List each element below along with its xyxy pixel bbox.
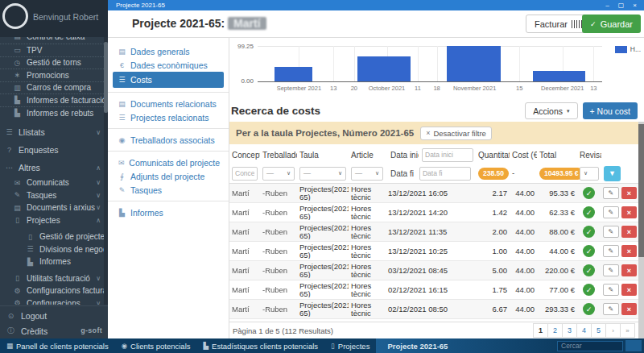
sidebar-item-control-de-caixa[interactable]: ▤Control de caixa (0, 37, 104, 44)
project-nav-dades-econ-miques[interactable]: €Dades econòmiques (113, 58, 224, 72)
document-icon: ▯ (12, 216, 23, 224)
envelope-icon: ✉ (117, 159, 126, 167)
sidebar-item-utilitats-facturaci[interactable]: ▯Utilitats facturació∨ (0, 272, 104, 285)
cell-cost: 44.00 (510, 267, 537, 275)
form-icon: ▤ (117, 48, 127, 56)
sidebar-item-informes-de-facturaci[interactable]: ▙Informes de facturació (0, 94, 104, 107)
page-button-2[interactable]: 2 (547, 323, 563, 338)
sidebar-scrollbar-thumb[interactable] (104, 42, 108, 113)
delete-row-button[interactable]: × (621, 206, 637, 218)
project-nav-documents-relacionats[interactable]: ▤Documents relacionats (113, 97, 224, 110)
delete-row-button[interactable]: × (621, 303, 637, 315)
sidebar-item-informes[interactable]: ▙Informes (0, 255, 104, 268)
project-nav: ▤Dades generals€Dades econòmiques☰Costs▤… (108, 38, 229, 338)
table-row: Martí-RubenProjectes(2021-65)Hores tècni… (229, 222, 638, 242)
revisat-filter-select[interactable]: ∨ (580, 167, 599, 181)
bar-chart-icon: ▙ (117, 209, 127, 217)
edit-row-button[interactable]: ✎ (603, 303, 619, 315)
page-button-5[interactable]: 5 (591, 323, 606, 338)
restore-button[interactable]: ▢ (618, 2, 625, 9)
delete-row-button[interactable]: × (621, 226, 637, 238)
sidebar-item-tpv[interactable]: ▭TPV (0, 44, 104, 57)
close-button[interactable]: × (633, 2, 637, 9)
taskbar-active-tab[interactable]: Projecte 2021-65 (376, 338, 557, 353)
delete-row-button[interactable]: × (621, 284, 637, 296)
apply-filter-button[interactable]: ▼ (604, 166, 621, 181)
cell-quantitat: 2.00 (476, 228, 510, 236)
accions-button[interactable]: Accions ▾ (525, 102, 577, 119)
treballador-filter-select[interactable]: —∨ (262, 167, 295, 181)
taskbar-item-projectes[interactable]: ▯Projectes (324, 338, 376, 353)
project-nav-dades-generals[interactable]: ▤Dades generals (113, 44, 224, 58)
data-inici-filter-input[interactable] (422, 148, 473, 162)
facturar-button[interactable]: Facturar (526, 15, 591, 33)
revisat-check-badge[interactable]: ✓ (583, 245, 595, 257)
delete-row-button[interactable]: × (621, 187, 637, 199)
revisat-check-badge[interactable]: ✓ (583, 206, 595, 218)
table-row: Martí-RubenProjectes(2021-65)Hores tècni… (229, 242, 638, 261)
revisat-check-badge[interactable]: ✓ (583, 303, 595, 315)
project-nav-tasques[interactable]: ✎Tasques (113, 183, 224, 197)
revisat-check-badge[interactable]: ✓ (583, 187, 595, 199)
chart-gridline (418, 46, 419, 81)
edit-row-button[interactable]: ✎ (603, 187, 619, 199)
project-nav-comunicats-del-projecte[interactable]: ✉Comunicats del projecte (113, 156, 224, 169)
revisat-check-badge[interactable]: ✓ (583, 226, 595, 238)
sidebar-item-informes-de-rebuts[interactable]: ▙Informes de rebuts (0, 107, 104, 120)
minimize-button[interactable]: – (605, 2, 609, 9)
project-nav-adjunts-del-projecte[interactable]: ∮Adjunts del projecte (113, 169, 224, 183)
revisat-check-badge[interactable]: ✓ (583, 264, 595, 276)
last-page-button[interactable]: » (620, 323, 635, 338)
delete-row-button[interactable]: × (621, 245, 637, 257)
next-page-button[interactable]: › (605, 323, 621, 338)
sidebar-scrollbar[interactable] (104, 37, 108, 305)
edit-row-button[interactable]: ✎ (603, 245, 619, 257)
table-scrollbar[interactable] (638, 122, 644, 338)
sidebar-item-configuracions-facturaci[interactable]: ⚙Configuracions facturació∨ (0, 284, 104, 297)
desactivar-filtre-button[interactable]: × Desactivar filtre (420, 127, 492, 140)
data-fi-filter-input[interactable] (419, 167, 471, 181)
taskbar-end-button[interactable] (625, 340, 642, 351)
project-nav-projectes-relacionats[interactable]: ☰Projectes relacionats (113, 110, 224, 124)
article-filter-select[interactable]: —∨ (351, 167, 383, 181)
nav-divider (108, 92, 229, 93)
sidebar-item-configuracions[interactable]: ⚙Configuracions∨ (0, 297, 104, 305)
sidebar-item-promocions[interactable]: ∗Promocions (0, 69, 104, 82)
taskbar-search-input[interactable] (557, 341, 623, 351)
guardar-button[interactable]: ✓ Guardar (582, 15, 641, 33)
sidebar-item-llistats[interactable]: ☰Llistats∨ (0, 123, 104, 141)
pencil-icon: ✎ (117, 186, 127, 194)
edit-row-button[interactable]: ✎ (603, 264, 619, 276)
page-button-3[interactable]: 3 (562, 323, 577, 338)
edit-row-button[interactable]: ✎ (603, 206, 619, 218)
concepte-filter-input[interactable] (232, 167, 258, 181)
project-nav-treballadors-associats[interactable]: ◉Treballadors associats (113, 133, 224, 147)
sidebar-footer-logout[interactable]: ⊙Logout (0, 308, 108, 323)
sidebar-item-altres[interactable]: ⋯Altres∧ (0, 159, 104, 176)
sidebar-item-gesti-de-torns[interactable]: ◷Gestió de torns (0, 57, 104, 70)
project-nav-costs[interactable]: ☰Costs (113, 72, 224, 88)
edit-row-button[interactable]: ✎ (603, 284, 619, 296)
page-button-1[interactable]: 1 (533, 323, 548, 338)
sidebar-item-carros-de-compra[interactable]: ▥Carros de compra (0, 82, 104, 95)
sidebar-item-gesti-de-projectes[interactable]: ▯Gestió de projectes (0, 230, 104, 243)
sidebar-item-divisions-de-negoci[interactable]: ☰Divisions de negoci (0, 243, 104, 256)
taskbar-item-clients-potencials[interactable]: ◉Clients potencials (115, 338, 197, 353)
delete-row-button[interactable]: × (621, 264, 637, 276)
sidebar-item-documents-i-arxius[interactable]: ▤Documents i arxius∨ (0, 201, 104, 214)
taskbar-item-panell-de-clients-potencials[interactable]: ▦Panell de clients potencials (0, 338, 115, 353)
cell-article: Hores tècnic (349, 224, 386, 240)
sidebar-item-comunicats[interactable]: ✉Comunicats∨ (0, 176, 104, 189)
nou-cost-button[interactable]: + Nou cost (583, 102, 638, 119)
revisat-check-badge[interactable]: ✓ (583, 284, 595, 296)
nav-divider (108, 201, 229, 201)
sidebar-item-projectes[interactable]: ▯Projectes∧ (0, 214, 104, 227)
sidebar-item-tasques[interactable]: ✎Tasques∨ (0, 189, 104, 202)
page-button-4[interactable]: 4 (576, 323, 592, 338)
table-scrollbar-thumb[interactable] (638, 124, 644, 257)
project-nav-informes[interactable]: ▙Informes (113, 206, 224, 219)
taula-filter-select[interactable]: —∨ (299, 167, 346, 181)
taskbar-item-estad-stiques-clients-potencials[interactable]: ▙Estadístiques clients potencials (197, 338, 325, 353)
edit-row-button[interactable]: ✎ (603, 226, 619, 238)
sidebar-item-enquestes[interactable]: ?Enquestes (0, 141, 104, 159)
